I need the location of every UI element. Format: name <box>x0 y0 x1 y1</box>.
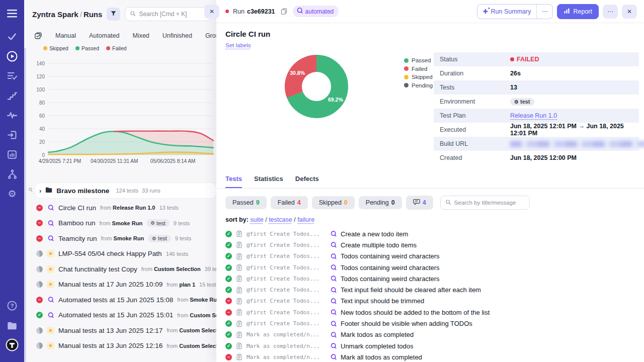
clipboard-icon <box>235 320 243 327</box>
filter-passed[interactable]: Passed9 <box>225 196 267 209</box>
run-source: from Custom Selection <box>141 266 201 272</box>
detail-row-executed: ExecutedJun 18, 2025 12:01 PM → Jun 18, … <box>434 123 639 137</box>
run-tests-count: 15 tests <box>199 282 216 288</box>
pulse-icon[interactable] <box>0 108 24 123</box>
runs-search[interactable] <box>125 7 211 21</box>
more-actions-button[interactable]: ⋯ <box>603 5 618 19</box>
panel-close-button[interactable]: ✕ <box>204 5 219 19</box>
run-title: Automated tests at 15 Jun 2025 15:08 <box>58 296 173 304</box>
test-row[interactable]: ✓@first Create Todos...Todos containing … <box>225 251 635 262</box>
test-row[interactable]: ✓Mark as completed/n...Unmark completed … <box>225 340 635 351</box>
detail-value: 13 <box>510 84 521 91</box>
settings-gear-icon[interactable]: ⚙ <box>0 186 24 201</box>
test-row[interactable]: ✓@first Create Todos...Text input field … <box>225 284 635 295</box>
run-title: Teamcity run <box>58 235 97 242</box>
test-row[interactable]: ✓@first Create Todos...Create multiple t… <box>225 239 635 250</box>
runs-search-input[interactable] <box>139 11 206 18</box>
runs-tab-groups[interactable]: Groups <box>199 30 216 41</box>
test-row[interactable]: −@first Create Todos...Text input should… <box>225 296 635 307</box>
sort-by-suite[interactable]: suite <box>250 216 263 223</box>
run-group-row[interactable]: ⚲ › Bravo milestone 124 tests 33 runs <box>35 183 216 198</box>
pin-icon[interactable]: ⚲ <box>27 186 34 194</box>
run-list-item[interactable]: ✳Chat functinality test Copyfrom Custom … <box>28 261 216 277</box>
run-list-item[interactable]: ✓Automated tests at 15 Jun 2025 15:01fro… <box>28 308 216 323</box>
analytics-icon[interactable] <box>0 147 24 162</box>
select-runs-icon[interactable] <box>34 32 42 40</box>
test-row[interactable]: −Mark as completed/n...Mark all todos as… <box>225 351 635 362</box>
filter-button[interactable] <box>107 8 120 21</box>
run-title: LMP-554 05/04 check Happy Path <box>58 250 162 257</box>
runs-tab-mixed[interactable]: Mixed <box>126 30 155 41</box>
test-suite: Mark as completed/n... <box>247 354 326 360</box>
run-list-item[interactable]: −Automated tests at 15 Jun 2025 15:08fro… <box>28 292 216 308</box>
run-summary-button[interactable]: ✚✦ Run Summary <box>477 8 537 15</box>
clipboard-icon <box>235 353 243 360</box>
filter-pending[interactable]: Pending0 <box>359 196 402 209</box>
test-row[interactable]: ✓@first Create Todos...Footer should be … <box>225 318 635 329</box>
sort-by-failure[interactable]: failure <box>297 216 314 223</box>
sort-by-testcase[interactable]: testcase <box>269 216 292 223</box>
tests-list: ✓@first Create Todos...Create a new todo… <box>216 223 644 362</box>
automated-icon <box>296 7 303 16</box>
automated-badge[interactable]: automated <box>293 6 339 17</box>
status-passed-icon: ✓ <box>225 253 232 259</box>
automated-icon <box>330 241 337 248</box>
test-title: Mark all todos as completed <box>341 353 422 361</box>
filter-skipped[interactable]: Skipped0 <box>312 196 355 209</box>
environment-badge: ⚙test <box>148 235 171 242</box>
run-summary-more-button[interactable]: ⋯ <box>536 5 552 19</box>
list-check-icon[interactable] <box>0 68 24 83</box>
tab-statistics[interactable]: Statistics <box>254 175 283 188</box>
runs-list: ⚲ › Bravo milestone 124 tests 33 runs −C… <box>24 169 216 353</box>
test-title: Todos containing weird characters <box>341 275 440 283</box>
run-list-item[interactable]: −Circle CI runfrom Release Run 1.013 tes… <box>28 200 216 216</box>
test-row[interactable]: ✓@first Create Todos...Create a new todo… <box>225 228 635 239</box>
svg-text:100: 100 <box>36 87 45 93</box>
chevron-right-icon[interactable]: › <box>39 187 41 195</box>
detail-value: ⚙test <box>510 98 538 106</box>
comment-icon <box>413 199 420 207</box>
test-row[interactable]: −@first Create Todos...New todos should … <box>225 307 635 318</box>
test-row[interactable]: ✓@first Create Todos...Todos containing … <box>225 273 635 284</box>
breadcrumb-project[interactable]: Zyntra Spark <box>32 10 78 19</box>
test-row[interactable]: ✓Mark as completed/n...Mark todos as com… <box>225 329 635 340</box>
runs-tab-manual[interactable]: Manual <box>49 30 83 41</box>
run-list-item[interactable]: ✳Manual tests at 17 Jun 2025 10:09from p… <box>28 277 216 293</box>
filter-comments[interactable]: 4 <box>406 196 433 210</box>
projects-folder-icon[interactable] <box>0 318 24 333</box>
detail-row-tests: Tests13 <box>434 80 639 95</box>
gear-icon: ⚙ <box>150 220 155 226</box>
runs-tab-unfinished[interactable]: Unfinished <box>156 30 199 41</box>
close-drawer-button[interactable]: ✕ <box>622 5 637 19</box>
status-failed-icon: − <box>36 205 43 211</box>
import-icon[interactable] <box>0 127 24 142</box>
tab-tests[interactable]: Tests <box>225 175 242 188</box>
runs-play-icon[interactable] <box>0 49 24 64</box>
tests-search-input[interactable] <box>454 200 525 206</box>
breadcrumb-page: Runs <box>84 10 103 19</box>
steps-icon[interactable] <box>0 88 24 103</box>
copy-run-id-button[interactable] <box>279 7 289 16</box>
group-tests-count: 124 tests <box>116 188 138 194</box>
run-list-item[interactable]: −Teamcity runfrom Smoke Run⚙test9 tests <box>28 231 216 246</box>
filter-failed[interactable]: Failed4 <box>271 196 308 209</box>
run-list-item[interactable]: ✳Manual tests at 13 Jun 2025 12:17from C… <box>28 323 216 338</box>
run-list-item[interactable]: ✳LMP-554 05/04 check Happy Path146 tests <box>28 246 216 262</box>
report-button[interactable]: Report <box>557 4 599 19</box>
test-row[interactable]: ✓@first Create Todos...Todos containing … <box>225 262 635 273</box>
set-labels-link[interactable]: Set labels <box>225 42 251 48</box>
runs-tab-automated[interactable]: Automated <box>83 30 126 41</box>
automated-icon <box>47 296 54 303</box>
help-icon[interactable]: ? <box>0 298 24 313</box>
run-title: Automated tests at 15 Jun 2025 15:01 <box>58 311 173 319</box>
test-plan-link[interactable]: Release Run 1.0 <box>510 112 557 119</box>
menu-icon[interactable] <box>0 6 24 21</box>
group-runs-count: 33 runs <box>142 188 160 194</box>
run-list-item[interactable]: −Bamboo runfrom Smoke Run⚙test9 tests <box>28 216 216 231</box>
branch-icon[interactable] <box>0 166 24 182</box>
tab-defects[interactable]: Defects <box>295 175 319 188</box>
tests-search[interactable] <box>440 196 530 210</box>
run-list-item[interactable]: ✳Manual tests at 13 Jun 2025 12:16from C… <box>28 338 216 354</box>
tests-check-icon[interactable] <box>0 29 24 44</box>
app-logo[interactable] <box>0 337 24 352</box>
